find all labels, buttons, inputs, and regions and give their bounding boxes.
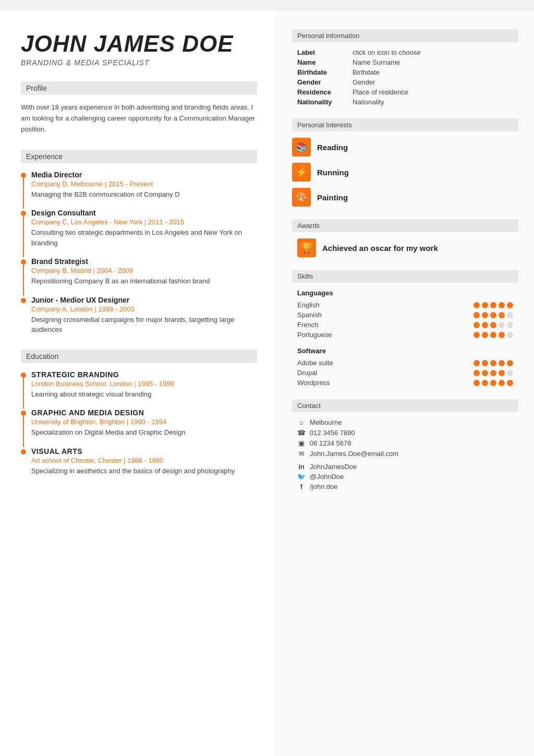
skill-dot [507, 312, 513, 318]
interests-header: Personal Interests [292, 118, 518, 131]
education-item: STRATEGIC BRANDING London Business Schoo… [21, 370, 257, 400]
exp-title: Media Director [31, 171, 257, 179]
skill-name: French [297, 321, 349, 329]
job-title: BRANDING & MEDIA SPECIALIST [21, 58, 257, 67]
edu-title: STRATEGIC BRANDING [31, 370, 257, 379]
social-icon: in [297, 463, 306, 471]
social-icon: 🐦 [297, 473, 306, 481]
skill-dot [474, 360, 480, 366]
experience-header: Experience [21, 150, 257, 163]
personal-info-header: Personal information [292, 29, 518, 42]
skill-dot [507, 360, 513, 366]
social-item: 🐦 @JohnDoe [297, 473, 518, 481]
skill-dot [474, 370, 480, 376]
interests-list: 📚 Reading ⚡ Running 🎨 Painting [292, 138, 518, 207]
skill-name: Adobe suite [297, 359, 349, 367]
experience-item: Brand Strategist Company B, Madrid | 200… [21, 257, 257, 286]
contact-text: John.James.Doe@email.com [310, 450, 398, 458]
social-icon: f [297, 483, 306, 490]
info-value: click on icon to choose [353, 49, 421, 56]
info-label: Name [297, 58, 344, 66]
skill-dot [482, 380, 488, 386]
skill-row: Wordpress [292, 379, 518, 387]
info-value: Nationality [353, 98, 384, 106]
personal-info-section: Personal information Label click on icon… [292, 29, 518, 106]
profile-header: Profile [21, 81, 257, 95]
skill-dot [499, 322, 505, 328]
interest-label: Running [317, 168, 349, 177]
info-row: Residence Place of residence [297, 88, 518, 96]
social-item: f /john.doe [297, 483, 518, 490]
skill-dot [490, 312, 496, 318]
skill-dots [474, 302, 513, 308]
skill-dot [474, 380, 480, 386]
skill-name: Wordpress [297, 379, 349, 387]
skill-dot [507, 370, 513, 376]
skill-row: Portuguese [292, 331, 518, 339]
skill-dot [507, 332, 513, 338]
skill-dot [482, 332, 488, 338]
skill-dot [499, 370, 505, 376]
skill-dots [474, 380, 513, 386]
skill-dot [499, 302, 505, 308]
contact-icon: ☎ [297, 429, 306, 437]
edu-desc: Learning about strategic visual branding [31, 389, 257, 400]
contact-text: Melbourne [310, 418, 342, 426]
exp-title: Brand Strategist [31, 257, 257, 266]
skill-dot [507, 380, 513, 386]
skill-row: Adobe suite [292, 359, 518, 367]
software-subsection: Software Adobe suite Drupal Wordpress [292, 347, 518, 387]
interests-section: Personal Interests 📚 Reading ⚡ Running 🎨… [292, 118, 518, 207]
contact-item: ✉ John.James.Doe@email.com [292, 450, 518, 458]
info-row: Label click on icon to choose [297, 49, 518, 56]
info-label: Label [297, 49, 344, 56]
info-label: Nationality [297, 98, 344, 106]
awards-header: Awards [292, 219, 518, 232]
resume-page: JOHN JAMES DOE BRANDING & MEDIA SPECIALI… [0, 10, 534, 756]
skill-dot [490, 370, 496, 376]
skill-row: French [292, 321, 518, 329]
skill-dot [474, 332, 480, 338]
skill-dot [499, 360, 505, 366]
skill-dots [474, 322, 513, 328]
skill-name: Portuguese [297, 331, 349, 339]
edu-desc: Specializing in aesthetics and the basic… [31, 466, 257, 476]
edu-title: VISUAL ARTS [31, 447, 257, 455]
skill-dots [474, 312, 513, 318]
skill-dot [499, 312, 505, 318]
skill-dot [499, 380, 505, 386]
info-row: Gender Gender [297, 78, 518, 86]
info-label: Residence [297, 88, 344, 96]
languages-subheader: Languages [292, 289, 518, 297]
skill-row: Drupal [292, 369, 518, 377]
interest-icon: 🎨 [292, 188, 311, 207]
skill-dot [490, 322, 496, 328]
interest-icon: 📚 [292, 138, 311, 157]
contact-item: ▣ 06 1234 5678 [292, 439, 518, 447]
award-item: 🏆 Achieved an oscar for my work [292, 238, 518, 257]
info-row: Name Name Surname [297, 58, 518, 66]
experience-item: Media Director Company D, Melbourne | 20… [21, 171, 257, 200]
skill-dot [482, 370, 488, 376]
info-row: Nationality Nationality [297, 98, 518, 106]
interest-item: 🎨 Painting [292, 188, 518, 207]
education-item: GRAPHIC AND MEDIA DESIGN University of B… [21, 409, 257, 438]
profile-text: With over 18 years experience in both ad… [21, 102, 257, 135]
skill-row: English [292, 301, 518, 309]
languages-subsection: Languages English Spanish French Portugu… [292, 289, 518, 339]
contact-item: ☎ 012 3456 7890 [292, 429, 518, 437]
exp-company: Company D, Melbourne | 2015 - Present [31, 180, 257, 188]
education-section: Education STRATEGIC BRANDING London Busi… [21, 350, 257, 476]
interest-label: Reading [317, 143, 348, 152]
exp-title: Junior - Medior UX Designer [31, 296, 257, 304]
left-column: JOHN JAMES DOE BRANDING & MEDIA SPECIALI… [0, 10, 276, 756]
contact-section: Contact ⌂ Melbourne ☎ 012 3456 7890 ▣ 06… [292, 399, 518, 490]
skills-section: Skills Languages English Spanish French … [292, 270, 518, 387]
info-label: Gender [297, 78, 344, 86]
edu-school: University of Brighton, Brighton | 1990 … [31, 418, 257, 426]
info-value: Place of residence [353, 88, 408, 96]
edu-school: Art school of Chester, Chester | 1988 - … [31, 457, 257, 464]
edu-school: London Business School, London | 1995 - … [31, 380, 257, 388]
skill-dot [507, 302, 513, 308]
experience-item: Junior - Medior UX Designer Company A, L… [21, 296, 257, 335]
